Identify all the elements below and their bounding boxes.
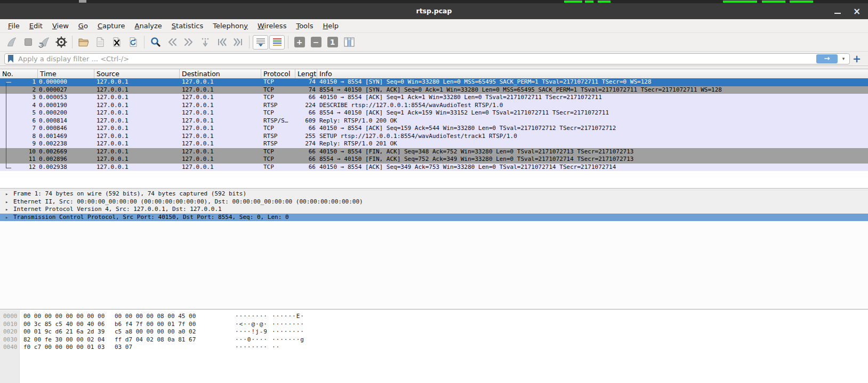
find-packet-icon[interactable] — [148, 35, 163, 50]
capture-options-icon[interactable] — [53, 35, 69, 50]
packet-row-6[interactable]: 60.000814127.0.0.1127.0.0.1RTSP/S…609Rep… — [0, 117, 868, 125]
menu-go[interactable]: Go — [74, 19, 93, 33]
column-header-length[interactable]: Length — [295, 69, 317, 78]
resize-columns-icon[interactable] — [341, 35, 357, 50]
proto-cell: TCP — [261, 148, 295, 156]
menu-edit[interactable]: Edit — [25, 19, 47, 33]
menu-help[interactable]: Help — [318, 19, 343, 33]
apply-filter-button[interactable]: → — [816, 54, 838, 63]
auto-scroll-icon[interactable] — [253, 35, 268, 50]
window-title: rtsp.pcap — [0, 3, 868, 19]
stop-capture-icon[interactable] — [20, 35, 36, 50]
packet-row-1[interactable]: 10.000000127.0.0.1127.0.0.1TCP7440150 → … — [0, 78, 868, 86]
hex-bytes: 82 00 fe 30 00 00 02 04ff d7 04 02 08 0a… — [23, 336, 235, 344]
menu-statistics[interactable]: Statistics — [167, 19, 208, 33]
packet-row-2[interactable]: 20.000027127.0.0.1127.0.0.1TCP748554 → 4… — [0, 86, 868, 94]
display-filter-input[interactable] — [17, 54, 816, 63]
dst-cell: 127.0.0.1 — [180, 140, 261, 148]
hex-bytes: f0 c7 00 00 00 00 01 0303 07 — [23, 344, 235, 352]
len-cell: 74 — [295, 86, 317, 94]
desktop-artifact — [723, 1, 757, 3]
go-last-packet-icon[interactable] — [230, 35, 246, 50]
open-file-icon[interactable] — [76, 35, 91, 50]
hex-row-0030[interactable]: 003082 00 fe 30 00 00 02 04ff d7 04 02 0… — [0, 336, 868, 344]
packet-row-10[interactable]: 100.002669127.0.0.1127.0.0.1TCP6640150 →… — [0, 148, 868, 156]
go-back-icon[interactable] — [164, 35, 180, 50]
menu-bar: FileEditViewGoCaptureAnalyzeStatisticsTe… — [0, 19, 868, 33]
len-cell: 66 — [295, 164, 317, 172]
desktop-artifact — [585, 1, 593, 3]
dst-cell: 127.0.0.1 — [180, 148, 261, 156]
filter-history-dropdown[interactable]: ▾ — [839, 56, 848, 61]
desktop-artifact — [762, 1, 785, 3]
dst-cell: 127.0.0.1 — [180, 109, 261, 117]
detail-text: Frame 1: 74 bytes on wire (592 bits), 74… — [13, 190, 246, 198]
display-filter-field[interactable]: → ▾ — [4, 53, 850, 64]
column-header-destination[interactable]: Destination — [180, 69, 261, 78]
start-capture-icon[interactable] — [4, 35, 19, 50]
colorize-packets-icon[interactable] — [269, 35, 285, 50]
info-cell: DESCRIBE rtsp://127.0.0.1:8554/wavAudioT… — [317, 102, 868, 110]
packet-row-11[interactable]: 110.002896127.0.0.1127.0.0.1TCP668554 → … — [0, 156, 868, 164]
packet-row-4[interactable]: 40.000190127.0.0.1127.0.0.1RTSP224DESCRI… — [0, 102, 868, 110]
src-cell: 127.0.0.1 — [94, 86, 180, 94]
column-header-info[interactable]: Info — [317, 69, 868, 78]
column-header-protocol[interactable]: Protocol — [261, 69, 295, 78]
hex-offset: 0030 — [0, 336, 19, 344]
hex-ascii: ·<··@·@········· — [235, 321, 304, 328]
packet-row-12[interactable]: 120.002938127.0.0.1127.0.0.1TCP6640150 →… — [0, 164, 868, 172]
packet-row-8[interactable]: 80.001469127.0.0.1127.0.0.1RTSP255SETUP … — [0, 133, 868, 141]
src-cell: 127.0.0.1 — [94, 117, 180, 125]
hex-ascii: ····!j-9········ — [235, 328, 304, 335]
go-forward-icon[interactable] — [181, 35, 196, 50]
close-button[interactable]: × — [848, 3, 866, 19]
hex-row-0010[interactable]: 001000 3c 85 c5 40 00 40 06b6 f4 7f 00 0… — [0, 321, 868, 329]
restart-capture-icon[interactable] — [37, 35, 52, 50]
column-header-source[interactable]: Source — [94, 69, 180, 78]
expand-arrow-icon[interactable]: ▸ — [5, 214, 13, 222]
zoom-out-icon[interactable]: − — [308, 35, 324, 50]
menu-view[interactable]: View — [47, 19, 74, 33]
packet-row-9[interactable]: 90.002238127.0.0.1127.0.0.1RTSP274Reply:… — [0, 140, 868, 148]
column-header-no[interactable]: No. — [0, 69, 38, 78]
src-cell: 127.0.0.1 — [94, 148, 180, 156]
expand-arrow-icon[interactable]: ▸ — [5, 198, 13, 206]
packet-row-5[interactable]: 50.000200127.0.0.1127.0.0.1TCP668554 → 4… — [0, 109, 868, 117]
zoom-in-icon[interactable]: + — [292, 35, 307, 50]
minimize-button[interactable] — [829, 3, 847, 19]
menu-telephony[interactable]: Telephony — [208, 19, 253, 33]
expand-arrow-icon[interactable]: ▸ — [5, 190, 13, 198]
save-file-icon[interactable] — [92, 35, 108, 50]
time-cell: 0.000190 — [38, 102, 94, 110]
go-first-packet-icon[interactable] — [214, 35, 229, 50]
detail-row-0[interactable]: ▸Frame 1: 74 bytes on wire (592 bits), 7… — [0, 190, 868, 198]
hex-row-0000[interactable]: 000000 00 00 00 00 00 00 0000 00 00 00 0… — [0, 313, 868, 321]
proto-cell: TCP — [261, 78, 295, 86]
go-to-packet-icon[interactable] — [197, 35, 213, 50]
packet-row-3[interactable]: 30.000053127.0.0.1127.0.0.1TCP6640150 → … — [0, 94, 868, 102]
info-cell: 8554 → 40150 [FIN, ACK] Seq=752 Ack=349 … — [317, 156, 868, 164]
menu-wireless[interactable]: Wireless — [253, 19, 291, 33]
menu-tools[interactable]: Tools — [291, 19, 318, 33]
detail-row-2[interactable]: ▸Internet Protocol Version 4, Src: 127.0… — [0, 206, 868, 214]
detail-row-3[interactable]: ▸Transmission Control Protocol, Src Port… — [0, 214, 868, 222]
menu-file[interactable]: File — [3, 19, 25, 33]
hex-bytes: 00 00 00 00 00 00 00 0000 00 00 00 08 00… — [23, 313, 235, 321]
column-header-time[interactable]: Time — [38, 69, 94, 78]
reload-file-icon[interactable] — [125, 35, 141, 50]
len-cell: 274 — [295, 140, 317, 148]
hex-row-0040[interactable]: 0040f0 c7 00 00 00 00 01 0303 07········… — [0, 344, 868, 352]
add-filter-button[interactable]: + — [850, 53, 864, 64]
src-cell: 127.0.0.1 — [94, 109, 180, 117]
menu-analyze[interactable]: Analyze — [130, 19, 167, 33]
expand-arrow-icon[interactable]: ▸ — [5, 206, 13, 214]
time-cell: 0.001469 — [38, 133, 94, 141]
detail-row-1[interactable]: ▸Ethernet II, Src: 00:00:00_00:00:00 (00… — [0, 198, 868, 206]
packet-row-7[interactable]: 70.000846127.0.0.1127.0.0.1TCP6640150 → … — [0, 125, 868, 133]
filter-bookmark-icon[interactable] — [8, 55, 13, 63]
close-file-icon[interactable] — [109, 35, 124, 50]
hex-row-0020[interactable]: 002000 01 9c d6 21 6a 2d 39c5 a8 00 00 0… — [0, 328, 868, 336]
len-cell: 66 — [295, 148, 317, 156]
zoom-original-icon[interactable]: 1 — [325, 35, 340, 50]
menu-capture[interactable]: Capture — [93, 19, 130, 33]
